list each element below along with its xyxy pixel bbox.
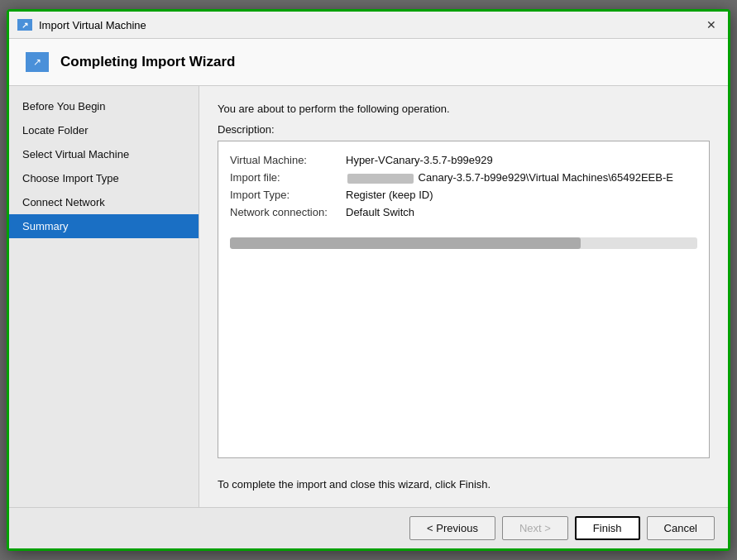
finish-instructions: To complete the import and close this wi… xyxy=(218,478,710,491)
row-label: Network connection: xyxy=(230,203,346,221)
previous-button[interactable]: < Previous xyxy=(409,516,495,540)
wizard-header-icon: ↗ xyxy=(26,52,49,72)
table-row: Network connection: Default Switch xyxy=(230,203,697,221)
scrollbar-thumb xyxy=(230,237,581,249)
row-value: Canary-3.5.7-b99e929\Virtual Machines\65… xyxy=(346,169,697,186)
window-icon: ↗ xyxy=(17,19,32,31)
description-label: Description: xyxy=(218,123,710,136)
wizard-header: ↗ Completing Import Wizard xyxy=(9,39,728,86)
sidebar-item-connect-network[interactable]: Connect Network xyxy=(9,190,199,214)
sidebar-item-before-you-begin[interactable]: Before You Begin xyxy=(9,94,199,118)
row-value: Hyper-VCanary-3.5.7-b99e929 xyxy=(346,151,697,169)
description-box: Virtual Machine: Hyper-VCanary-3.5.7-b99… xyxy=(218,141,710,458)
window-title: Import Virtual Machine xyxy=(39,19,146,31)
title-bar: ↗ Import Virtual Machine ✕ xyxy=(9,12,728,39)
row-value: Register (keep ID) xyxy=(346,186,697,203)
main-body: Before You Begin Locate Folder Select Vi… xyxy=(9,86,728,507)
row-label: Import Type: xyxy=(230,186,346,203)
content-area: ↗ Completing Import Wizard Before You Be… xyxy=(9,39,728,507)
row-label: Import file: xyxy=(230,169,346,186)
sidebar: Before You Begin Locate Folder Select Vi… xyxy=(9,86,199,507)
footer: < Previous Next > Finish Cancel xyxy=(9,507,728,548)
description-table: Virtual Machine: Hyper-VCanary-3.5.7-b99… xyxy=(230,151,697,221)
table-row: Import Type: Register (keep ID) xyxy=(230,186,697,203)
finish-button[interactable]: Finish xyxy=(575,516,640,540)
wizard-header-title: Completing Import Wizard xyxy=(60,54,235,70)
scrollbar-area[interactable] xyxy=(230,237,697,249)
table-row: Virtual Machine: Hyper-VCanary-3.5.7-b99… xyxy=(230,151,697,169)
redacted-block xyxy=(347,174,414,184)
import-virtual-machine-window: ↗ Import Virtual Machine ✕ ↗ Completing … xyxy=(7,9,730,551)
intro-text: You are about to perform the following o… xyxy=(218,103,710,115)
right-panel: You are about to perform the following o… xyxy=(199,86,728,507)
cancel-button[interactable]: Cancel xyxy=(647,516,715,540)
close-button[interactable]: ✕ xyxy=(703,17,720,33)
sidebar-item-summary[interactable]: Summary xyxy=(9,214,199,238)
sidebar-item-choose-import-type[interactable]: Choose Import Type xyxy=(9,166,199,190)
row-value: Default Switch xyxy=(346,203,697,221)
table-row: Import file: Canary-3.5.7-b99e929\Virtua… xyxy=(230,169,697,186)
sidebar-item-select-virtual-machine[interactable]: Select Virtual Machine xyxy=(9,142,199,166)
sidebar-item-locate-folder[interactable]: Locate Folder xyxy=(9,118,199,142)
next-button[interactable]: Next > xyxy=(502,516,568,540)
title-bar-left: ↗ Import Virtual Machine xyxy=(17,19,146,31)
row-label: Virtual Machine: xyxy=(230,151,346,169)
